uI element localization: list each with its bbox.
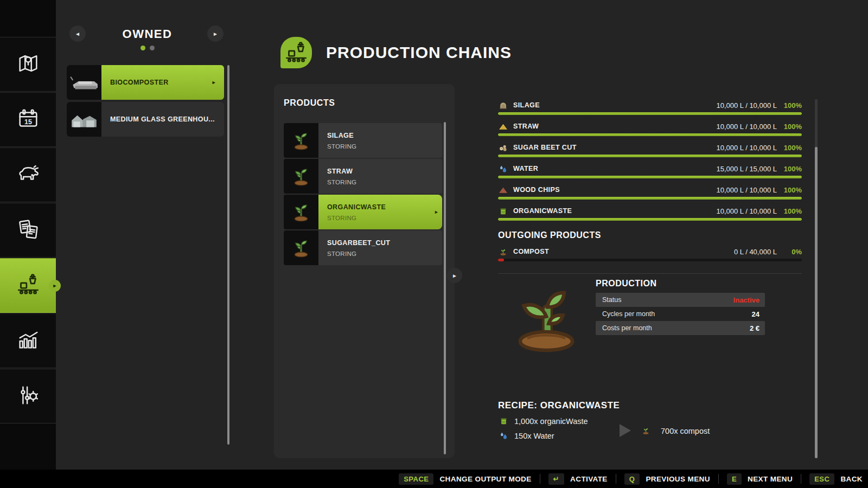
storage-row-water: WATER15,000 L / 15,000 L100% bbox=[498, 164, 802, 178]
sugar-beet-icon bbox=[498, 143, 508, 152]
hotkey-label: PREVIOUS MENU bbox=[646, 475, 710, 483]
product-item-sugarbeet_cut[interactable]: SUGARBEET_CUTSTORING bbox=[284, 230, 442, 265]
fill-level-amount: 10,000 L / 10,000 L bbox=[716, 101, 777, 110]
organic-waste-icon bbox=[498, 416, 509, 426]
input-storage-list: SILAGE10,000 L / 10,000 L100%STRAW10,000… bbox=[498, 101, 802, 228]
selected-arrow-icon: ► bbox=[434, 209, 439, 215]
storage-row-silage: SILAGE10,000 L / 10,000 L100% bbox=[498, 101, 802, 115]
silage-icon bbox=[498, 101, 508, 110]
biocomposter-thumb bbox=[67, 65, 101, 100]
fill-type-name: STRAW bbox=[513, 123, 539, 130]
production-chains-icon bbox=[280, 37, 312, 68]
sidebar-item-statistics[interactable] bbox=[0, 313, 56, 368]
fill-type-name: WOOD CHIPS bbox=[513, 186, 560, 194]
product-item-organicwaste[interactable]: ORGANICWASTESTORING► bbox=[284, 195, 442, 229]
product-name: SUGARBEET_CUT bbox=[327, 239, 436, 247]
fill-level-percent: 100% bbox=[777, 123, 802, 131]
fill-level-amount: 10,000 L / 10,000 L bbox=[716, 186, 777, 194]
recipe-output-qty: 700x compost bbox=[661, 427, 710, 435]
fill-level-percent: 100% bbox=[777, 186, 802, 194]
info-value: Inactive bbox=[733, 296, 760, 304]
sliders-gear-icon bbox=[16, 383, 41, 410]
hotkey-separator bbox=[616, 474, 616, 484]
product-name: SILAGE bbox=[327, 132, 436, 139]
hotkey-change-output-mode[interactable]: SPACECHANGE OUTPUT MODE bbox=[399, 473, 532, 485]
selected-arrow-icon: ► bbox=[212, 80, 216, 85]
fill-level-amount: 0 L / 40,000 L bbox=[734, 248, 777, 256]
fill-level-bar bbox=[498, 176, 802, 178]
owned-item[interactable]: MEDIUM GLASS GREENHOU... bbox=[67, 102, 224, 137]
straw-icon bbox=[498, 122, 508, 131]
owned-list: BIOCOMPOSTER►MEDIUM GLASS GREENHOU... bbox=[67, 65, 224, 139]
owned-item[interactable]: BIOCOMPOSTER► bbox=[67, 65, 224, 100]
documents-icon bbox=[16, 217, 41, 244]
production-chains-screen: 15► ◄ ► OWNED BIOCOMPOSTER►MEDIUM GLASS … bbox=[0, 0, 868, 488]
hotkey-previous-menu[interactable]: QPREVIOUS MENU bbox=[624, 473, 710, 485]
organic-waste-icon bbox=[498, 207, 508, 216]
hotkey-label: NEXT MENU bbox=[748, 475, 793, 483]
info-label: Cycles per month bbox=[602, 310, 655, 318]
hotkey-back[interactable]: ESCBACK bbox=[809, 473, 863, 485]
hotkey-label: BACK bbox=[840, 475, 863, 483]
sidebar-item-animals[interactable] bbox=[0, 147, 56, 202]
detail-scrollbar-thumb[interactable] bbox=[815, 147, 818, 458]
hotkey-next-menu[interactable]: ENEXT MENU bbox=[727, 473, 793, 485]
water-icon bbox=[498, 164, 508, 174]
seedling-thumb bbox=[284, 195, 318, 229]
key-badge: SPACE bbox=[399, 473, 433, 485]
recipe-input-qty: 150x Water bbox=[514, 432, 554, 440]
pager-dot[interactable] bbox=[150, 46, 155, 50]
water-icon bbox=[498, 431, 509, 440]
production-section-title: PRODUCTION bbox=[596, 279, 657, 288]
storage-row-compost: COMPOST0 L / 40,000 L0% bbox=[498, 247, 802, 261]
fill-type-name: COMPOST bbox=[513, 248, 549, 255]
fill-type-name: WATER bbox=[513, 165, 538, 172]
owned-panel: ◄ ► OWNED BIOCOMPOSTER►MEDIUM GLASS GREE… bbox=[56, 0, 239, 470]
products-panel: PRODUCTS SILAGESTORINGSTRAWSTORINGORGANI… bbox=[274, 84, 455, 458]
outgoing-products-title: OUTGOING PRODUCTS bbox=[498, 230, 601, 240]
product-item-silage[interactable]: SILAGESTORING bbox=[284, 123, 442, 158]
product-name: STRAW bbox=[327, 168, 436, 175]
owned-scrollbar[interactable] bbox=[227, 65, 229, 445]
map-icon bbox=[16, 51, 41, 78]
detail-scrollbar-track[interactable] bbox=[815, 99, 818, 458]
info-value: 24 bbox=[752, 310, 760, 318]
hotkey-activate[interactable]: ↵ACTIVATE bbox=[548, 473, 608, 485]
sidebar-item-contracts[interactable] bbox=[0, 203, 56, 258]
fill-type-name: SUGAR BEET CUT bbox=[513, 144, 577, 151]
plant-illustration bbox=[506, 281, 587, 357]
pager-dot[interactable] bbox=[141, 46, 145, 50]
fill-type-name: ORGANICWASTE bbox=[513, 207, 572, 215]
recipe-title: RECIPE: ORGANICWASTE bbox=[498, 400, 620, 411]
production-info-row: StatusInactive bbox=[596, 293, 765, 307]
recipe-input-row: 1,000x organicWaste bbox=[498, 416, 802, 426]
product-status: STORING bbox=[327, 251, 436, 257]
fill-level-amount: 10,000 L / 10,000 L bbox=[716, 144, 777, 152]
calendar-icon: 15 bbox=[16, 106, 41, 133]
sidebar-item-calendar[interactable]: 15 bbox=[0, 92, 56, 147]
svg-text:15: 15 bbox=[24, 118, 32, 125]
product-item-straw[interactable]: STRAWSTORING bbox=[284, 159, 442, 194]
owned-pager-dots[interactable] bbox=[56, 46, 239, 50]
storage-row-sugar-beet-cut: SUGAR BEET CUT10,000 L / 10,000 L100% bbox=[498, 143, 802, 157]
seedling-thumb bbox=[284, 230, 318, 265]
sidebar-item-production[interactable]: ► bbox=[0, 258, 56, 313]
compost-icon bbox=[498, 247, 508, 256]
storage-row-straw: STRAW10,000 L / 10,000 L100% bbox=[498, 122, 802, 136]
section-divider bbox=[498, 273, 802, 274]
production-info-row: Costs per month2 € bbox=[596, 321, 765, 335]
fill-level-percent: 0% bbox=[777, 248, 802, 256]
product-status: STORING bbox=[327, 143, 436, 150]
fill-level-bar bbox=[498, 259, 802, 261]
sidebar-selected-arrow-icon: ► bbox=[49, 280, 61, 292]
sidebar-item-settings[interactable] bbox=[0, 369, 56, 423]
key-badge: ↵ bbox=[548, 473, 564, 485]
products-list: SILAGESTORINGSTRAWSTORINGORGANICWASTESTO… bbox=[284, 123, 442, 266]
seedling-thumb bbox=[284, 123, 318, 158]
products-scrollbar[interactable] bbox=[444, 122, 446, 454]
greenhouse-thumb bbox=[67, 102, 101, 137]
panel-expand-button[interactable]: ► bbox=[447, 268, 462, 283]
wood-chips-icon bbox=[498, 185, 508, 195]
sidebar-item-map[interactable] bbox=[0, 37, 56, 92]
main-menu-sidebar: 15► bbox=[0, 0, 56, 470]
